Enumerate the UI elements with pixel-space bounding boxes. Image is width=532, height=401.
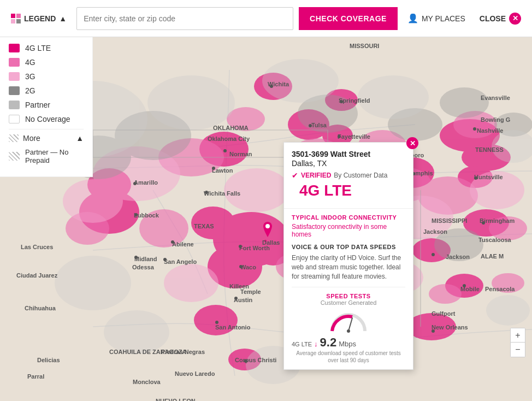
swatch-4g xyxy=(9,58,20,67)
gauge-svg xyxy=(329,310,368,333)
verified-label: VERIFIED xyxy=(301,172,331,179)
svg-point-60 xyxy=(104,310,169,354)
location-info-popup: ✕ 3501-3699 Watt Street Dallas, TX ✔ VER… xyxy=(283,142,413,370)
header: LEGEND ▲ CHECK COVERAGE 👤 MY PLACES CLOS… xyxy=(0,0,532,37)
person-icon: 👤 xyxy=(407,13,418,23)
svg-point-79 xyxy=(134,213,138,216)
svg-point-3 xyxy=(191,207,235,239)
legend-item-partner-no-prepaid: Partner — No Prepaid xyxy=(9,148,84,164)
legend-divider xyxy=(9,129,84,129)
svg-point-83 xyxy=(239,265,243,268)
more-pattern-icon xyxy=(9,134,19,142)
swatch-3g xyxy=(9,72,20,81)
swatch-2g xyxy=(9,86,20,95)
indoor-connectivity-title: TYPICAL INDOOR CONNECTIVITY xyxy=(292,214,405,221)
svg-point-66 xyxy=(309,124,312,127)
close-circle-icon: ✕ xyxy=(509,13,521,25)
download-arrow-icon: ↓ xyxy=(314,340,318,348)
svg-point-55 xyxy=(147,75,235,130)
indoor-connectivity-subtitle: Satisfactory connectivity in some homes xyxy=(292,223,405,238)
svg-point-75 xyxy=(463,284,466,287)
legend-panel: 4G LTE 4G 3G 2G Partner No Coverage More… xyxy=(0,37,93,177)
speed-tech: 4G LTE xyxy=(292,341,312,347)
svg-point-74 xyxy=(482,221,485,225)
svg-point-85 xyxy=(215,321,218,324)
verified-by: By Customer Data xyxy=(334,172,387,179)
speed-tests-label: SPEED TESTS xyxy=(292,293,405,299)
swatch-no-coverage xyxy=(9,115,20,123)
svg-point-34 xyxy=(429,284,462,304)
more-toggle-button[interactable]: More ▲ xyxy=(9,134,84,143)
legend-chevron-icon: ▲ xyxy=(59,14,67,23)
speed-row: 4G LTE ↓ 9.2 Mbps xyxy=(292,335,405,350)
my-places-button[interactable]: 👤 MY PLACES xyxy=(403,13,470,23)
swatch-partner-no-prepaid xyxy=(9,152,20,161)
speed-tests-sub: Customer Generated xyxy=(292,299,405,306)
svg-point-90 xyxy=(212,167,215,170)
svg-point-73 xyxy=(474,176,477,180)
popup-body: TYPICAL INDOOR CONNECTIVITY Satisfactory… xyxy=(284,209,413,369)
legend-item-3g: 3G xyxy=(9,72,84,81)
svg-point-93 xyxy=(347,329,350,333)
svg-point-78 xyxy=(133,182,137,185)
zoom-controls: + − xyxy=(510,328,525,357)
legend-grid-icon xyxy=(11,14,21,23)
svg-point-59 xyxy=(55,256,131,310)
more-chevron-icon: ▲ xyxy=(76,134,84,143)
speed-value: 9.2 xyxy=(320,335,337,350)
data-speeds-desc: Enjoy the clarity of HD Voice. Surf the … xyxy=(292,253,405,281)
legend-item-4g: 4G xyxy=(9,58,84,67)
svg-point-63 xyxy=(486,295,530,326)
location-pin xyxy=(261,222,274,239)
svg-point-82 xyxy=(264,240,267,242)
svg-point-72 xyxy=(473,127,476,131)
svg-line-92 xyxy=(348,318,352,331)
legend-item-2g: 2G xyxy=(9,86,84,95)
search-input[interactable] xyxy=(76,7,293,30)
zoom-in-button[interactable]: + xyxy=(511,328,525,343)
svg-point-80 xyxy=(134,256,138,259)
svg-point-70 xyxy=(338,135,341,138)
svg-point-43 xyxy=(164,264,218,302)
legend-toggle-button[interactable]: LEGEND ▲ xyxy=(7,11,71,26)
svg-point-35 xyxy=(489,216,527,240)
close-button[interactable]: CLOSE ✕ xyxy=(475,13,525,25)
verified-check-icon: ✔ xyxy=(292,171,298,180)
svg-point-42 xyxy=(470,171,524,209)
svg-point-65 xyxy=(340,100,343,103)
coverage-type: 4G LTE xyxy=(292,180,405,204)
svg-point-16 xyxy=(194,305,238,335)
svg-point-39 xyxy=(224,168,289,212)
popup-close-button[interactable]: ✕ xyxy=(406,137,418,149)
svg-point-76 xyxy=(431,329,435,333)
speedometer-gauge xyxy=(292,310,405,333)
svg-point-29 xyxy=(139,209,188,247)
popup-header: 3501-3699 Watt Street Dallas, TX ✔ VERIF… xyxy=(284,143,413,209)
svg-point-86 xyxy=(244,359,247,363)
svg-point-81 xyxy=(239,245,242,248)
legend-item-partner: Partner xyxy=(9,101,84,109)
speed-tests-section: SPEED TESTS Customer Generated 4G LTE ↓ … xyxy=(292,287,405,364)
legend-label: LEGEND xyxy=(24,14,56,23)
legend-more-items: Partner — No Prepaid xyxy=(9,148,84,164)
svg-point-87 xyxy=(171,240,174,244)
swatch-partner xyxy=(9,101,20,109)
svg-point-77 xyxy=(431,253,435,256)
svg-point-91 xyxy=(265,224,270,228)
zoom-out-button[interactable]: − xyxy=(511,343,525,357)
svg-point-53 xyxy=(434,228,483,261)
popup-city: Dallas, TX xyxy=(292,159,405,168)
data-speeds-title: VOICE & OUR TOP DATA SPEEDS xyxy=(292,244,405,250)
legend-item-no-coverage: No Coverage xyxy=(9,115,84,123)
svg-point-88 xyxy=(163,258,167,261)
svg-point-64 xyxy=(270,85,273,88)
check-coverage-button[interactable]: CHECK COVERAGE xyxy=(299,7,398,30)
popup-address: 3501-3699 Watt Street xyxy=(292,149,405,159)
verified-row: ✔ VERIFIED By Customer Data xyxy=(292,171,405,180)
speed-unit: Mbps xyxy=(339,340,356,348)
svg-point-57 xyxy=(358,75,429,119)
legend-item-4glte: 4G LTE xyxy=(9,44,84,52)
svg-point-12 xyxy=(407,313,456,340)
svg-point-36 xyxy=(492,273,524,293)
svg-point-89 xyxy=(205,191,208,194)
